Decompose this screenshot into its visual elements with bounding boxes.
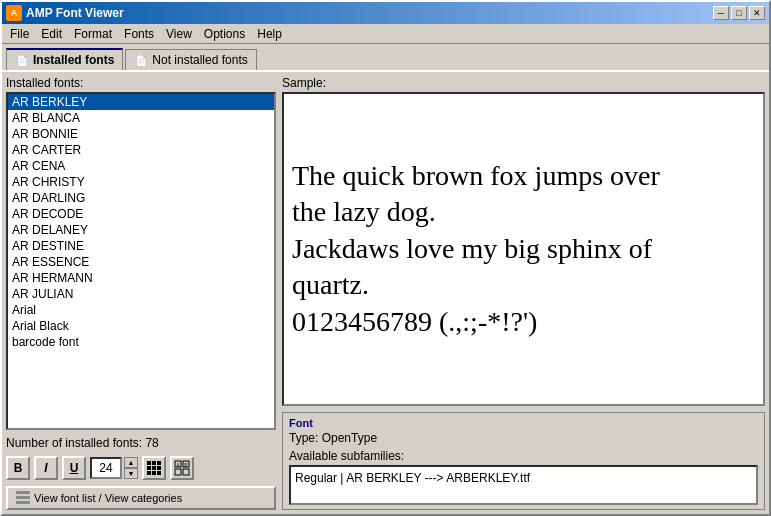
font-list-container: AR BERKLEYAR BLANCAAR BONNIEAR CARTERAR … bbox=[6, 92, 276, 430]
character-map-button[interactable]: A B bbox=[170, 456, 194, 480]
svg-rect-8 bbox=[16, 501, 30, 504]
close-button[interactable]: ✕ bbox=[749, 6, 765, 20]
not-installed-tab-icon: 📄 bbox=[134, 53, 148, 67]
minimize-button[interactable]: ─ bbox=[713, 6, 729, 20]
font-list-item[interactable]: AR CENA bbox=[8, 158, 274, 174]
menu-item-view[interactable]: View bbox=[160, 25, 198, 43]
font-type: Type: OpenType bbox=[289, 431, 758, 445]
subfamilies-box: Regular | AR BERKLEY ---> ARBERKLEY.ttf bbox=[289, 465, 758, 505]
font-count-label: Number of installed fonts: bbox=[6, 436, 142, 450]
italic-button[interactable]: I bbox=[34, 456, 58, 480]
window-title: AMP Font Viewer bbox=[26, 6, 713, 20]
font-list-item[interactable]: AR BLANCA bbox=[8, 110, 274, 126]
svg-rect-6 bbox=[16, 491, 30, 494]
sample-text: The quick brown fox jumps over the lazy … bbox=[292, 158, 755, 340]
list-icon bbox=[16, 491, 30, 505]
view-font-list-button[interactable]: View font list / View categories bbox=[6, 486, 276, 510]
left-panel: Installed fonts: AR BERKLEYAR BLANCAAR B… bbox=[6, 76, 276, 510]
tab-bar: 📄 Installed fonts 📄 Not installed fonts bbox=[2, 44, 769, 70]
font-list-item[interactable]: AR JULIAN bbox=[8, 286, 274, 302]
menu-item-file[interactable]: File bbox=[4, 25, 35, 43]
size-up-arrow[interactable]: ▲ bbox=[124, 457, 138, 468]
font-list-item[interactable]: AR DECODE bbox=[8, 206, 274, 222]
svg-rect-3 bbox=[183, 469, 189, 475]
menu-item-options[interactable]: Options bbox=[198, 25, 251, 43]
maximize-button[interactable]: □ bbox=[731, 6, 747, 20]
char-map-icon: A B bbox=[174, 460, 190, 476]
installed-fonts-label: Installed fonts: bbox=[6, 76, 276, 90]
font-info-title: Font bbox=[289, 417, 758, 429]
title-bar: A AMP Font Viewer ─ □ ✕ bbox=[2, 2, 769, 24]
font-info-panel: Font Type: OpenType Available subfamilie… bbox=[282, 412, 765, 510]
bold-button[interactable]: B bbox=[6, 456, 30, 480]
grid-view-button[interactable] bbox=[142, 456, 166, 480]
font-list-item[interactable]: AR DARLING bbox=[8, 190, 274, 206]
sample-area: The quick brown fox jumps over the lazy … bbox=[282, 92, 765, 406]
font-list-item[interactable]: AR ESSENCE bbox=[8, 254, 274, 270]
tab-not-installed-fonts[interactable]: 📄 Not installed fonts bbox=[125, 49, 256, 70]
menu-item-fonts[interactable]: Fonts bbox=[118, 25, 160, 43]
tab-installed-fonts-label: Installed fonts bbox=[33, 53, 114, 67]
app-icon: A bbox=[6, 5, 22, 21]
title-bar-buttons: ─ □ ✕ bbox=[713, 6, 765, 20]
font-list-item[interactable]: barcode font bbox=[8, 334, 274, 350]
size-down-arrow[interactable]: ▼ bbox=[124, 468, 138, 479]
svg-rect-2 bbox=[175, 469, 181, 475]
font-list-item[interactable]: AR CARTER bbox=[8, 142, 274, 158]
font-list-item[interactable]: AR BERKLEY bbox=[8, 94, 274, 110]
font-list-item[interactable]: AR DELANEY bbox=[8, 222, 274, 238]
view-font-list-label: View font list / View categories bbox=[34, 492, 182, 504]
tab-not-installed-fonts-label: Not installed fonts bbox=[152, 53, 247, 67]
right-panel: Sample: The quick brown fox jumps over t… bbox=[282, 76, 765, 510]
font-list-item[interactable]: AR DESTINE bbox=[8, 238, 274, 254]
tab-installed-fonts[interactable]: 📄 Installed fonts bbox=[6, 48, 123, 70]
svg-rect-7 bbox=[16, 496, 30, 499]
bottom-left: Number of installed fonts: 78 B I U ▲ ▼ bbox=[6, 436, 276, 510]
font-list-item[interactable]: AR BONNIE bbox=[8, 126, 274, 142]
menu-item-format[interactable]: Format bbox=[68, 25, 118, 43]
installed-fonts-tab-icon: 📄 bbox=[15, 53, 29, 67]
size-select-container: ▲ ▼ bbox=[90, 457, 138, 479]
main-window: A AMP Font Viewer ─ □ ✕ FileEditFormatFo… bbox=[0, 0, 771, 516]
underline-button[interactable]: U bbox=[62, 456, 86, 480]
toolbar-row: B I U ▲ ▼ bbox=[6, 456, 276, 480]
menu-item-help[interactable]: Help bbox=[251, 25, 288, 43]
sample-label: Sample: bbox=[282, 76, 765, 90]
subfamilies-value: Regular | AR BERKLEY ---> ARBERKLEY.ttf bbox=[295, 471, 530, 485]
font-list-item[interactable]: Arial bbox=[8, 302, 274, 318]
grid-icon bbox=[147, 461, 161, 475]
subfamilies-label: Available subfamilies: bbox=[289, 449, 758, 463]
font-list-item[interactable]: AR CHRISTY bbox=[8, 174, 274, 190]
size-arrows: ▲ ▼ bbox=[124, 457, 138, 479]
main-content: Installed fonts: AR BERKLEYAR BLANCAAR B… bbox=[2, 70, 769, 514]
menu-item-edit[interactable]: Edit bbox=[35, 25, 68, 43]
font-list[interactable]: AR BERKLEYAR BLANCAAR BONNIEAR CARTERAR … bbox=[8, 94, 274, 428]
font-list-item[interactable]: Arial Black bbox=[8, 318, 274, 334]
font-size-input[interactable] bbox=[90, 457, 122, 479]
font-count-value: 78 bbox=[145, 436, 158, 450]
font-list-item[interactable]: AR HERMANN bbox=[8, 270, 274, 286]
menu-bar: FileEditFormatFontsViewOptionsHelp bbox=[2, 24, 769, 44]
font-count: Number of installed fonts: 78 bbox=[6, 436, 276, 450]
